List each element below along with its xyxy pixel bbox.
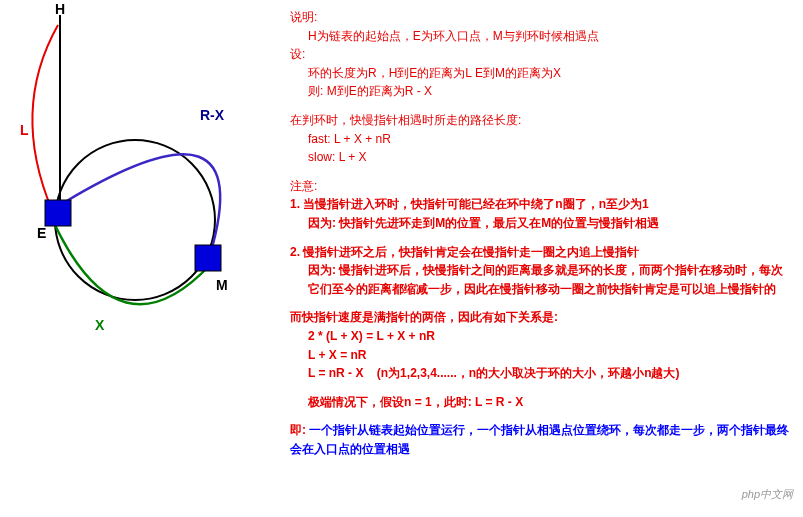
meeting-slow: slow: L + X [308, 148, 790, 167]
derivation-title: 而快指针速度是满指针的两倍，因此有如下关系是: [290, 308, 790, 327]
meeting-fast: fast: L + X + nR [308, 130, 790, 149]
node-e [45, 200, 71, 226]
label-h: H [55, 1, 65, 17]
label-rx: R-X [200, 107, 225, 123]
derivation-eq3: L = nR - X [308, 366, 363, 380]
explain-line1: H为链表的起始点，E为环入口点，M与判环时候相遇点 [308, 27, 790, 46]
notice-p1-reason: 因为: 快指针先进环走到M的位置，最后又在M的位置与慢指针相遇 [308, 214, 790, 233]
cycle-circle [55, 140, 215, 300]
diagram-svg: H E M L R-X X [0, 0, 275, 380]
explain-set1: 环的长度为R，H到E的距离为L E到M的距离为X [308, 64, 790, 83]
explain-set: 设: [290, 45, 790, 64]
derivation-eq1: 2 * (L + X) = L + X + nR [308, 327, 790, 346]
conclusion-text: 一个指针从链表起始位置运行，一个指针从相遇点位置绕环，每次都走一步，两个指针最终… [290, 423, 789, 456]
derivation-eq2: L + X = nR [308, 346, 790, 365]
linked-list-cycle-diagram: H E M L R-X X [0, 0, 275, 380]
label-m: M [216, 277, 228, 293]
derivation-eq3-note: (n为1,2,3,4......，n的大小取决于环的大小，环越小n越大) [377, 366, 680, 380]
label-l: L [20, 122, 29, 138]
notice-p2: 2. 慢指针进环之后，快指针肯定会在慢指针走一圈之内追上慢指针 [290, 243, 790, 262]
label-x: X [95, 317, 105, 333]
explanation-text: 说明: H为链表的起始点，E为环入口点，M与判环时候相遇点 设: 环的长度为R，… [290, 8, 790, 458]
conclusion-title: 即: [290, 423, 306, 437]
label-e: E [37, 225, 46, 241]
edge-l-arc [32, 25, 58, 210]
edge-x-arc [55, 225, 210, 304]
notice-title: 注意: [290, 177, 790, 196]
derivation-eq3-line: L = nR - X (n为1,2,3,4......，n的大小取决于环的大小，… [308, 364, 790, 383]
notice-p1: 1. 当慢指针进入环时，快指针可能已经在环中绕了n圈了，n至少为1 [290, 195, 790, 214]
watermark: php中文网 [742, 487, 793, 502]
conclusion-line: 即: 一个指针从链表起始位置运行，一个指针从相遇点位置绕环，每次都走一步，两个指… [290, 421, 790, 458]
explain-title: 说明: [290, 8, 790, 27]
notice-p2-reason: 因为: 慢指针进环后，快慢指针之间的距离最多就是环的长度，而两个指针在移动时，每… [308, 261, 790, 298]
meeting-title: 在判环时，快慢指针相遇时所走的路径长度: [290, 111, 790, 130]
extreme-case: 极端情况下，假设n = 1，此时: L = R - X [308, 393, 790, 412]
explain-set2: 则: M到E的距离为R - X [308, 82, 790, 101]
node-m [195, 245, 221, 271]
